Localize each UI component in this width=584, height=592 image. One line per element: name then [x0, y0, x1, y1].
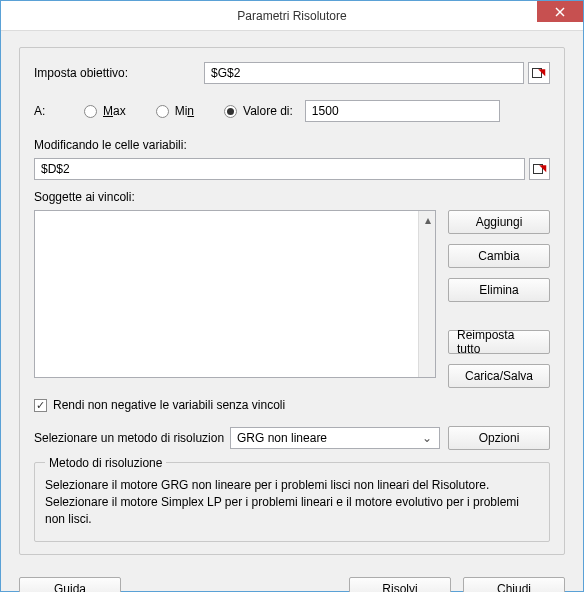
radio-valueof-label: Valore di: [243, 104, 293, 118]
nonneg-row[interactable]: Rendi non negative le variabili senza vi… [34, 398, 550, 412]
add-button[interactable]: Aggiungi [448, 210, 550, 234]
radio-max-item[interactable]: Max [84, 104, 126, 118]
add-button-label: Aggiungi [476, 215, 523, 229]
method-description-box: Metodo di risoluzione Selezionare il mot… [34, 462, 550, 542]
load-save-button[interactable]: Carica/Salva [448, 364, 550, 388]
method-row: Selezionare un metodo di risoluzion GRG … [34, 426, 550, 450]
main-panel: Imposta obiettivo: A: Max Min [19, 47, 565, 555]
method-box-title: Metodo di risoluzione [45, 456, 166, 470]
objective-label: Imposta obiettivo: [34, 66, 204, 80]
objective-input[interactable] [204, 62, 524, 84]
changing-cells-label: Modificando le celle variabili: [34, 138, 550, 152]
close-dialog-button[interactable]: Chiudi [463, 577, 565, 592]
to-row: A: Max Min Valore di: [34, 100, 550, 122]
scroll-up-icon: ▴ [419, 211, 436, 228]
nonneg-checkbox [34, 399, 47, 412]
method-label: Selezionare un metodo di risoluzion [34, 431, 230, 445]
radio-valueof-item[interactable]: Valore di: [224, 104, 293, 118]
options-button[interactable]: Opzioni [448, 426, 550, 450]
radio-min [156, 105, 169, 118]
reset-all-button[interactable]: Reimposta tutto [448, 330, 550, 354]
chevron-down-icon: ⌄ [419, 431, 435, 445]
solver-parameters-window: Parametri Risolutore Imposta obiettivo: … [0, 0, 584, 592]
window-title: Parametri Risolutore [1, 9, 583, 23]
load-save-button-label: Carica/Salva [465, 369, 533, 383]
solve-button[interactable]: Risolvi [349, 577, 451, 592]
close-button[interactable] [537, 1, 583, 22]
radio-min-label: Min [175, 104, 194, 118]
radio-min-item[interactable]: Min [156, 104, 194, 118]
footer: Guida Risolvi Chiudi [1, 567, 583, 592]
change-button[interactable]: Cambia [448, 244, 550, 268]
radio-max [84, 105, 97, 118]
constraints-area: ▴ Aggiungi Cambia Elimina Reimposta tutt… [34, 210, 550, 388]
objective-row: Imposta obiettivo: [34, 62, 550, 84]
footer-spacer [133, 577, 337, 592]
titlebar: Parametri Risolutore [1, 1, 583, 31]
constraints-label: Soggette ai vincoli: [34, 190, 550, 204]
method-select[interactable]: GRG non lineare ⌄ [230, 427, 440, 449]
to-radio-group: Max Min Valore di: [84, 104, 293, 118]
changing-cells-row [34, 158, 550, 180]
constraints-scrollbar[interactable]: ▴ [418, 211, 435, 377]
close-icon [555, 7, 565, 17]
delete-button[interactable]: Elimina [448, 278, 550, 302]
help-button-label: Guida [54, 582, 86, 592]
method-description: Selezionare il motore GRG non lineare pe… [45, 477, 539, 527]
changing-cells-range-picker[interactable] [529, 158, 550, 180]
delete-button-label: Elimina [479, 283, 518, 297]
options-button-label: Opzioni [479, 431, 520, 445]
constraints-listbox[interactable]: ▴ [34, 210, 436, 378]
solve-button-label: Risolvi [382, 582, 417, 592]
radio-valueof [224, 105, 237, 118]
reset-all-button-label: Reimposta tutto [457, 328, 541, 356]
close-dialog-button-label: Chiudi [497, 582, 531, 592]
changing-cells-input[interactable] [34, 158, 525, 180]
help-button[interactable]: Guida [19, 577, 121, 592]
range-selector-icon [532, 66, 546, 80]
nonneg-label: Rendi non negative le variabili senza vi… [53, 398, 285, 412]
change-button-label: Cambia [478, 249, 519, 263]
method-selected-value: GRG non lineare [237, 431, 327, 445]
to-label: A: [34, 104, 84, 118]
content: Imposta obiettivo: A: Max Min [1, 31, 583, 567]
valueof-input[interactable] [305, 100, 500, 122]
radio-max-label: Max [103, 104, 126, 118]
objective-range-picker[interactable] [528, 62, 550, 84]
range-selector-icon [533, 162, 547, 176]
constraint-buttons: Aggiungi Cambia Elimina Reimposta tutto … [448, 210, 550, 388]
